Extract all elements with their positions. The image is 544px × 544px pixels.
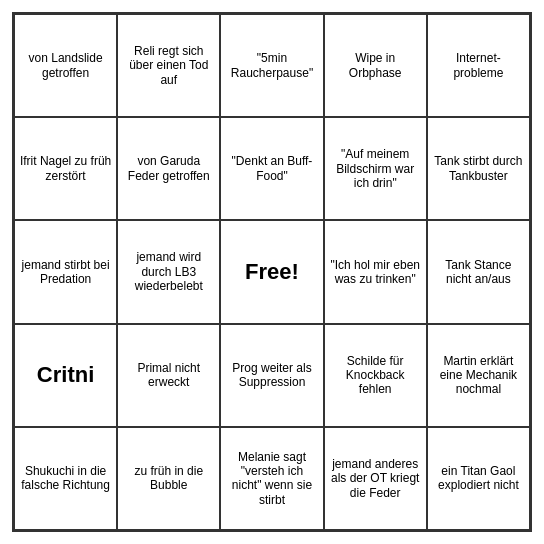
bingo-cell-r4c1[interactable]: zu früh in die Bubble bbox=[117, 427, 220, 530]
bingo-grid: von Landslide getroffenReli regt sich üb… bbox=[14, 14, 530, 530]
bingo-cell-r1c0[interactable]: Ifrit Nagel zu früh zerstört bbox=[14, 117, 117, 220]
bingo-cell-r1c3[interactable]: "Auf meinem Bildschirm war ich drin" bbox=[324, 117, 427, 220]
bingo-cell-r0c3[interactable]: Wipe in Orbphase bbox=[324, 14, 427, 117]
bingo-cell-r2c4[interactable]: Tank Stance nicht an/aus bbox=[427, 220, 530, 323]
bingo-cell-r2c2[interactable]: Free! bbox=[220, 220, 323, 323]
bingo-board: von Landslide getroffenReli regt sich üb… bbox=[12, 12, 532, 532]
bingo-cell-r4c0[interactable]: Shukuchi in die falsche Richtung bbox=[14, 427, 117, 530]
bingo-cell-r2c1[interactable]: jemand wird durch LB3 wiederbelebt bbox=[117, 220, 220, 323]
bingo-cell-r3c0[interactable]: Critni bbox=[14, 324, 117, 427]
bingo-cell-r1c4[interactable]: Tank stirbt durch Tankbuster bbox=[427, 117, 530, 220]
bingo-cell-r4c2[interactable]: Melanie sagt "versteh ich nicht" wenn si… bbox=[220, 427, 323, 530]
bingo-cell-r3c4[interactable]: Martin erklärt eine Mechanik nochmal bbox=[427, 324, 530, 427]
bingo-cell-r0c0[interactable]: von Landslide getroffen bbox=[14, 14, 117, 117]
bingo-cell-r0c2[interactable]: "5min Raucherpause" bbox=[220, 14, 323, 117]
bingo-cell-r0c1[interactable]: Reli regt sich über einen Tod auf bbox=[117, 14, 220, 117]
bingo-cell-r3c2[interactable]: Prog weiter als Suppression bbox=[220, 324, 323, 427]
bingo-cell-r3c3[interactable]: Schilde für Knockback fehlen bbox=[324, 324, 427, 427]
bingo-cell-r2c3[interactable]: "Ich hol mir eben was zu trinken" bbox=[324, 220, 427, 323]
bingo-cell-r2c0[interactable]: jemand stirbt bei Predation bbox=[14, 220, 117, 323]
bingo-cell-r0c4[interactable]: Internet-probleme bbox=[427, 14, 530, 117]
bingo-cell-r3c1[interactable]: Primal nicht erweckt bbox=[117, 324, 220, 427]
bingo-cell-r1c1[interactable]: von Garuda Feder getroffen bbox=[117, 117, 220, 220]
bingo-cell-r4c4[interactable]: ein Titan Gaol explodiert nicht bbox=[427, 427, 530, 530]
bingo-cell-r4c3[interactable]: jemand anderes als der OT kriegt die Fed… bbox=[324, 427, 427, 530]
bingo-cell-r1c2[interactable]: "Denkt an Buff-Food" bbox=[220, 117, 323, 220]
